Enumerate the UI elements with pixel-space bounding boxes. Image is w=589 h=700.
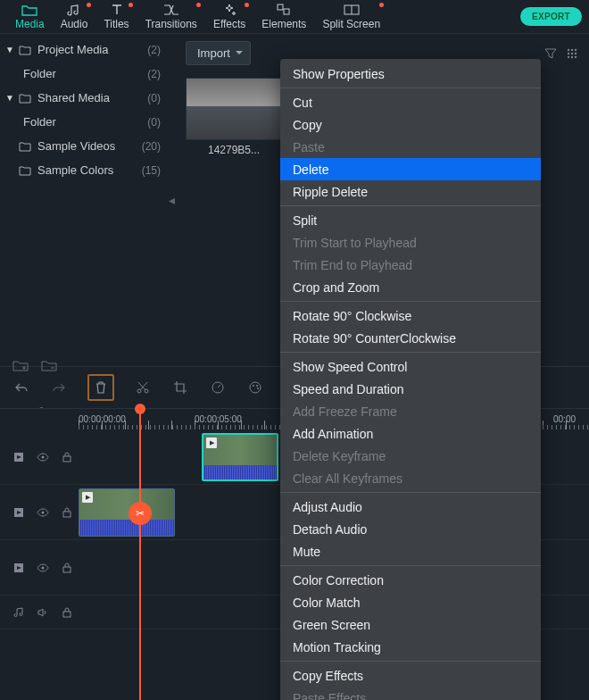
- music-icon[interactable]: [12, 606, 25, 619]
- redo-icon[interactable]: [50, 379, 68, 396]
- color-icon[interactable]: [246, 379, 264, 396]
- tab-label: Media: [15, 18, 45, 30]
- sidebar-item-sample-colors[interactable]: Sample Colors (15): [0, 158, 170, 182]
- scissors-icon[interactable]: [134, 379, 152, 396]
- sidebar-item-shared-media[interactable]: ▼ Shared Media (0): [0, 86, 170, 110]
- ctx-detach-audio[interactable]: Detach Audio: [280, 518, 541, 540]
- ctx-ripple-delete[interactable]: Ripple Delete: [280, 180, 541, 203]
- ctx-show-speed-control[interactable]: Show Speed Control: [280, 355, 541, 378]
- tab-titles[interactable]: Titles: [95, 0, 137, 33]
- eye-icon[interactable]: [37, 506, 49, 519]
- playhead-knob[interactable]: [135, 404, 145, 414]
- lock-icon[interactable]: [61, 562, 73, 574]
- media-thumbnail[interactable]: 14279B5...: [186, 78, 282, 156]
- speaker-icon[interactable]: [37, 606, 49, 619]
- filter-icon[interactable]: [544, 47, 557, 60]
- ctx-rotate-90-clockwise[interactable]: Rotate 90° Clockwise: [280, 304, 541, 327]
- playhead-scissors-icon[interactable]: ✂: [129, 502, 152, 525]
- tab-label: Audio: [61, 18, 88, 30]
- add-folder-icon[interactable]: [12, 359, 29, 371]
- crop-icon[interactable]: [171, 379, 189, 396]
- sidebar-label: Sample Videos: [37, 139, 115, 153]
- track-toggle-icon[interactable]: [12, 506, 25, 519]
- play-icon: ▶: [206, 438, 217, 448]
- sidebar-label: Project Media: [37, 43, 108, 56]
- sidebar-count: (0): [147, 116, 161, 129]
- ctx-speed-and-duration[interactable]: Speed and Duration: [280, 378, 541, 400]
- track-toggle-icon[interactable]: [12, 451, 25, 463]
- svg-point-18: [256, 385, 258, 387]
- top-tab-bar: Media Audio Titles Transitions Effects E…: [0, 0, 589, 34]
- svg-point-28: [42, 566, 45, 569]
- ctx-add-animation[interactable]: Add Animation: [280, 422, 541, 445]
- svg-point-19: [257, 388, 259, 389]
- sidebar-item-project-media[interactable]: ▼ Project Media (2): [0, 38, 170, 62]
- tab-elements[interactable]: Elements: [253, 0, 314, 33]
- ctx-copy-effects[interactable]: Copy Effects: [280, 664, 541, 687]
- remove-folder-icon[interactable]: [41, 359, 57, 371]
- ctx-delete[interactable]: Delete: [280, 158, 541, 180]
- play-icon: ▶: [82, 492, 93, 503]
- ctx-split[interactable]: Split: [280, 209, 541, 231]
- ctx-adjust-audio[interactable]: Adjust Audio: [280, 496, 541, 518]
- timeline-clip[interactable]: ▶: [79, 488, 175, 537]
- delete-button[interactable]: [87, 374, 114, 401]
- chevron-down-icon: ▼: [5, 45, 16, 54]
- svg-point-11: [571, 55, 573, 57]
- sidebar-item-sample-videos[interactable]: Sample Videos (20): [0, 134, 170, 158]
- tab-label: Elements: [261, 18, 306, 30]
- svg-point-4: [568, 48, 569, 50]
- thumbnail-image: [186, 78, 282, 140]
- media-sidebar: ▼ Project Media (2) Folder (2) ▼ Shared …: [0, 34, 170, 366]
- grid-icon[interactable]: [566, 47, 578, 60]
- track-toggle-icon[interactable]: [12, 562, 25, 574]
- import-button[interactable]: Import: [186, 41, 251, 65]
- ctx-clear-all-keyframes: Clear All Keyframes: [280, 467, 541, 489]
- ctx-mute[interactable]: Mute: [280, 540, 541, 562]
- shapes-icon: [275, 3, 293, 17]
- ctx-color-correction[interactable]: Color Correction: [280, 569, 541, 591]
- lock-icon[interactable]: [61, 451, 73, 463]
- ctx-cut[interactable]: Cut: [280, 91, 541, 113]
- playhead[interactable]: ✂: [139, 409, 141, 700]
- sidebar-count: (15): [142, 164, 161, 177]
- folder-icon: [21, 3, 38, 17]
- ctx-color-match[interactable]: Color Match: [280, 591, 541, 613]
- timeline-clip[interactable]: ▶: [202, 433, 278, 481]
- ctx-paste-effects: Paste Effects: [280, 687, 541, 700]
- svg-point-25: [42, 511, 45, 513]
- sidebar-item-folder[interactable]: Folder (0): [0, 110, 170, 134]
- speed-icon[interactable]: [209, 379, 227, 396]
- svg-rect-23: [63, 456, 71, 462]
- lock-icon[interactable]: [61, 606, 73, 619]
- sidebar-count: (20): [142, 140, 161, 153]
- ctx-rotate-90-counterclockwise[interactable]: Rotate 90° CounterClockwise: [280, 327, 541, 349]
- lock-icon[interactable]: [61, 506, 73, 519]
- ctx-crop-and-zoom[interactable]: Crop and Zoom: [280, 276, 541, 298]
- tab-audio[interactable]: Audio: [53, 0, 96, 33]
- undo-icon[interactable]: [12, 379, 30, 396]
- ctx-copy[interactable]: Copy: [280, 113, 541, 136]
- svg-rect-30: [63, 612, 71, 617]
- split-icon: [343, 3, 361, 17]
- ctx-green-screen[interactable]: Green Screen: [280, 613, 541, 636]
- sidebar-tools: [0, 352, 170, 379]
- tab-media[interactable]: Media: [7, 0, 53, 33]
- view-filter-icons: [544, 47, 578, 60]
- folder-icon: [18, 93, 32, 104]
- tab-effects[interactable]: Effects: [205, 0, 253, 33]
- tab-label: Split Screen: [322, 18, 380, 30]
- ctx-motion-tracking[interactable]: Motion Tracking: [280, 636, 541, 658]
- sidebar-item-folder[interactable]: Folder (2): [0, 62, 170, 86]
- tab-transitions[interactable]: Transitions: [137, 0, 205, 33]
- ctx-show-properties[interactable]: Show Properties: [280, 62, 541, 85]
- context-menu: Show PropertiesCutCopyPasteDeleteRipple …: [280, 59, 541, 700]
- ctx-trim-start-to-playhead: Trim Start to Playhead: [280, 231, 541, 254]
- eye-icon[interactable]: [37, 562, 49, 574]
- tab-splitscreen[interactable]: Split Screen: [314, 0, 388, 33]
- sidebar-label: Folder: [23, 67, 56, 80]
- tab-label: Effects: [213, 18, 245, 30]
- eye-icon[interactable]: [37, 451, 49, 463]
- export-button[interactable]: EXPORT: [520, 7, 582, 26]
- tab-label: Titles: [104, 18, 129, 30]
